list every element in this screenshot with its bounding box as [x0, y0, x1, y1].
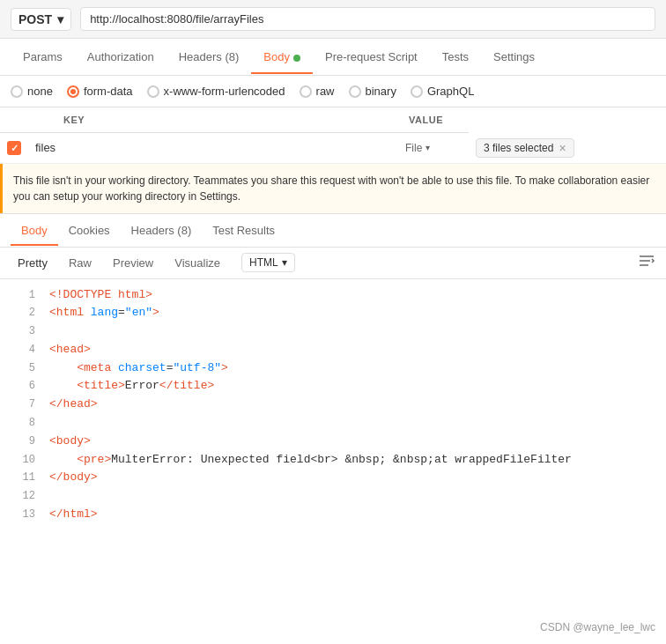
response-tabs: Body Cookies Headers (8) Test Results — [0, 214, 666, 248]
line-content — [49, 487, 56, 506]
tab-auth[interactable]: Authorization — [75, 40, 166, 74]
code-line: 9<body> — [0, 433, 666, 451]
lang-select[interactable]: HTML ▾ — [241, 253, 295, 272]
tab-tests[interactable]: Tests — [430, 40, 481, 74]
code-tab-raw[interactable]: Raw — [62, 253, 99, 273]
code-line: 6 <title>Error</title> — [0, 377, 666, 396]
line-number: 5 — [7, 360, 35, 377]
line-number: 9 — [7, 433, 35, 450]
form-table: KEY VALUE File ▾ 3 files selected × — [0, 107, 666, 164]
tab-body[interactable]: Body — [251, 40, 313, 74]
line-content: </head> — [49, 396, 98, 414]
col-value-header: VALUE — [398, 107, 469, 133]
response-tab-test-results[interactable]: Test Results — [202, 215, 285, 246]
watermark: CSDN @wayne_lee_lwc — [540, 621, 655, 633]
tab-params[interactable]: Params — [11, 40, 75, 74]
row-checkbox[interactable] — [7, 141, 21, 155]
tab-settings[interactable]: Settings — [481, 40, 547, 74]
body-dot — [293, 55, 300, 62]
code-line: 4<head> — [0, 341, 666, 359]
code-line: 8 — [0, 414, 666, 433]
row-checkbox-cell — [0, 133, 28, 164]
radio-form-data[interactable]: form-data — [67, 85, 133, 98]
col-checkbox-header — [0, 107, 28, 133]
radio-binary[interactable]: binary — [349, 85, 396, 98]
code-line: 7</head> — [0, 396, 666, 414]
response-tab-cookies[interactable]: Cookies — [58, 215, 121, 246]
code-tab-preview[interactable]: Preview — [106, 253, 160, 273]
line-content — [49, 414, 56, 433]
row-key-cell — [28, 133, 398, 164]
code-line: 2<html lang="en"> — [0, 304, 666, 322]
warning-box: This file isn't in your working director… — [0, 164, 666, 213]
wrap-icon[interactable] — [638, 254, 655, 271]
code-toolbar: Pretty Raw Preview Visualize HTML ▾ — [0, 248, 666, 279]
radio-none[interactable]: none — [11, 85, 53, 98]
code-area: 1<!DOCTYPE html>2<html lang="en">3 4<hea… — [0, 279, 666, 579]
code-line: 10 <pre>MulterError: Unexpected field<br… — [0, 451, 666, 470]
response-tab-body[interactable]: Body — [11, 215, 58, 246]
line-number: 11 — [7, 470, 35, 486]
radio-circle-urlencoded — [147, 85, 159, 98]
line-number: 6 — [7, 378, 35, 395]
body-type-row: none form-data x-www-form-urlencoded raw… — [0, 76, 666, 107]
code-line: 11</body> — [0, 469, 666, 487]
code-tab-visualize[interactable]: Visualize — [167, 253, 227, 273]
radio-circle-none — [11, 85, 23, 98]
line-number: 2 — [7, 305, 35, 322]
nav-tabs: Params Authorization Headers (8) Body Pr… — [0, 39, 666, 76]
code-line: 13</html> — [0, 506, 666, 524]
line-number: 12 — [7, 488, 35, 505]
line-content: <html lang="en"> — [49, 304, 159, 322]
key-input[interactable] — [35, 141, 391, 154]
warning-text: This file isn't in your working director… — [13, 174, 649, 203]
radio-urlencoded[interactable]: x-www-form-urlencoded — [147, 85, 285, 98]
files-selected-text: 3 files selected — [484, 142, 553, 154]
line-content: <pre>MulterError: Unexpected field<br> &… — [49, 451, 572, 470]
line-number: 7 — [7, 396, 35, 413]
files-selected-badge: 3 files selected × — [476, 138, 574, 158]
line-content: <body> — [49, 433, 91, 451]
line-content: </body> — [49, 469, 98, 487]
line-content: <head> — [49, 341, 91, 359]
line-content: <title>Error</title> — [49, 377, 214, 396]
radio-raw[interactable]: raw — [300, 85, 335, 98]
file-type-arrow: ▾ — [426, 143, 430, 152]
radio-circle-graphql — [411, 85, 423, 98]
method-arrow: ▾ — [57, 12, 63, 26]
line-content — [49, 322, 56, 341]
row-type-cell: File ▾ — [398, 133, 469, 164]
line-number: 3 — [7, 323, 35, 340]
line-number: 10 — [7, 452, 35, 469]
tab-headers[interactable]: Headers (8) — [166, 40, 252, 74]
table-row: File ▾ 3 files selected × — [0, 133, 666, 164]
line-number: 4 — [7, 342, 35, 359]
line-content: <meta charset="utf-8"> — [49, 359, 228, 378]
code-line: 5 <meta charset="utf-8"> — [0, 359, 666, 378]
radio-circle-raw — [300, 85, 312, 98]
radio-circle-binary — [349, 85, 361, 98]
code-line: 12 — [0, 487, 666, 506]
line-content: </html> — [49, 506, 98, 524]
radio-circle-form-data — [67, 85, 79, 98]
method-select[interactable]: POST ▾ — [11, 8, 71, 31]
code-tab-pretty[interactable]: Pretty — [11, 253, 55, 273]
line-number: 8 — [7, 415, 35, 432]
url-bar: POST ▾ — [0, 0, 666, 39]
method-label: POST — [18, 12, 52, 26]
row-value-cell: 3 files selected × — [469, 133, 666, 164]
file-type-select[interactable]: File ▾ — [405, 142, 462, 154]
line-content: <!DOCTYPE html> — [49, 286, 152, 305]
col-key-header: KEY — [28, 107, 398, 133]
code-line: 3 — [0, 322, 666, 341]
tab-pre-request[interactable]: Pre-request Script — [313, 40, 430, 74]
url-input[interactable] — [80, 7, 655, 31]
badge-close-button[interactable]: × — [559, 142, 566, 154]
line-number: 13 — [7, 507, 35, 523]
response-tab-headers[interactable]: Headers (8) — [121, 215, 203, 246]
line-number: 1 — [7, 287, 35, 304]
code-line: 1<!DOCTYPE html> — [0, 286, 666, 305]
radio-graphql[interactable]: GraphQL — [411, 85, 474, 98]
